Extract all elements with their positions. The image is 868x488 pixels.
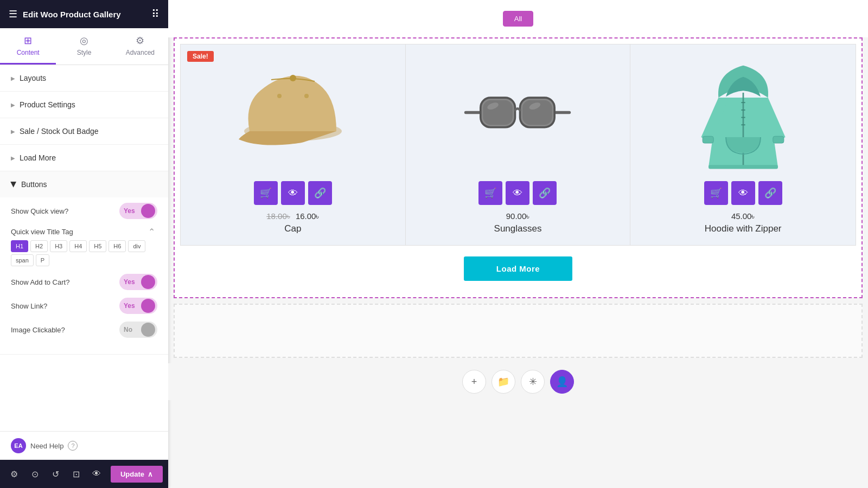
quick-view-toggle-switch[interactable] (141, 204, 155, 218)
tab-style[interactable]: ◎ Style (56, 28, 112, 65)
responsive-tool-btn[interactable]: ⊡ (67, 465, 85, 483)
sunglasses-price: 90.00৳ (506, 211, 530, 221)
right-area: All Sale! (168, 0, 868, 488)
cap-cart-btn[interactable]: 🛒 (254, 181, 278, 205)
tag-btn-h5[interactable]: H5 (89, 240, 106, 252)
tag-btn-h1[interactable]: H1 (11, 240, 28, 252)
preview-tool-btn[interactable]: 👁 (88, 465, 105, 483)
tab-advanced[interactable]: ⚙ Advanced (112, 28, 168, 65)
show-link-toggle[interactable]: Yes (119, 298, 157, 314)
show-add-to-cart-label: Show Add to Cart? (11, 278, 69, 286)
add-to-cart-toggle-label: Yes (124, 278, 135, 286)
image-clickable-toggle[interactable]: No (119, 322, 157, 338)
svg-rect-15 (703, 136, 713, 143)
products-section: Sale! (174, 37, 863, 298)
show-quick-view-toggle[interactable]: Yes (119, 203, 157, 219)
grid-dots-icon[interactable]: ⠿ (151, 8, 159, 21)
layers-tool-btn[interactable]: ⊙ (26, 465, 43, 483)
hoodie-svg (694, 58, 792, 172)
link-toggle-switch[interactable] (141, 299, 155, 313)
section-sale-badge[interactable]: ▶ Sale / Stock Out Badge (0, 118, 168, 145)
sunglasses-price-value: 90.00৳ (506, 211, 530, 221)
sunglasses-actions: 🛒 👁 🔗 (478, 181, 557, 205)
buttons-content: Show Quick view? Yes Quick view Title Ta… (0, 197, 168, 354)
canvas-folder-btn[interactable]: 📁 (492, 370, 515, 394)
tag-btn-h4[interactable]: H4 (69, 240, 87, 252)
sunglasses-cart-btn[interactable]: 🛒 (478, 181, 502, 205)
section-product-settings[interactable]: ▶ Product Settings (0, 92, 168, 118)
hoodie-name: Hoodie with Zipper (705, 223, 782, 234)
settings-tool-btn[interactable]: ⚙ (5, 465, 23, 483)
canvas-asterisk-btn[interactable]: ✳ (521, 370, 545, 394)
load-more-button[interactable]: Load More (464, 256, 572, 281)
advanced-tab-icon: ⚙ (136, 35, 144, 47)
add-to-cart-toggle-switch[interactable] (141, 275, 155, 289)
filter-all-btn[interactable]: All (503, 11, 533, 27)
tag-btn-span[interactable]: span (11, 254, 34, 266)
show-quick-view-label: Show Quick view? (11, 207, 68, 215)
show-link-label: Show Link? (11, 302, 47, 310)
show-add-to-cart-toggle[interactable]: Yes (119, 274, 157, 290)
product-image-sunglasses (417, 55, 620, 175)
filter-bar: All (168, 0, 868, 37)
show-quick-view-row: Show Quick view? Yes (11, 203, 157, 219)
tag-btn-h2[interactable]: H2 (30, 240, 48, 252)
content-tab-icon: ⊞ (24, 35, 32, 47)
cap-price-new: 16.00৳ (296, 211, 320, 221)
image-clickable-toggle-switch[interactable] (141, 323, 155, 337)
cap-name: Cap (284, 223, 301, 234)
hamburger-icon[interactable]: ☰ (9, 8, 17, 20)
hoodie-price: 45.00৳ (731, 211, 755, 221)
sunglasses-svg (463, 82, 572, 147)
svg-rect-17 (709, 165, 778, 169)
style-tab-icon: ◎ (80, 35, 88, 47)
update-button[interactable]: Update ∧ (111, 466, 163, 483)
title-tag-label-row: Quick view Title Tag ⌃ (11, 227, 157, 237)
panel-tabs: ⊞ Content ◎ Style ⚙ Advanced (0, 28, 168, 65)
update-chevron-icon: ∧ (148, 470, 153, 478)
hoodie-eye-btn[interactable]: 👁 (731, 181, 755, 205)
panel-footer: EA Need Help ? (0, 431, 168, 460)
sale-badge-chevron: ▶ (11, 129, 15, 134)
canvas-toolbar: + 📁 ✳ 👤 (168, 363, 868, 400)
ea-badge: EA (11, 438, 26, 453)
buttons-header[interactable]: ▶ Buttons (0, 171, 168, 197)
hoodie-link-btn[interactable]: 🔗 (758, 181, 782, 205)
svg-rect-16 (773, 136, 783, 143)
image-clickable-label: Image Clickable? (11, 326, 65, 334)
hoodie-cart-btn[interactable]: 🛒 (704, 181, 728, 205)
canvas-person-btn[interactable]: 👤 (550, 370, 574, 394)
sunglasses-eye-btn[interactable]: 👁 (506, 181, 529, 205)
panel-header: ☰ Edit Woo Product Gallery ⠿ (0, 0, 168, 28)
cap-svg (239, 66, 347, 164)
bottom-empty-section (174, 304, 863, 358)
load-more-chevron: ▶ (11, 155, 15, 161)
help-question-icon[interactable]: ? (68, 441, 78, 451)
sunglasses-link-btn[interactable]: 🔗 (533, 181, 557, 205)
section-layouts[interactable]: ▶ Layouts (0, 65, 168, 92)
history-tool-btn[interactable]: ↺ (47, 465, 64, 483)
sale-badge-cap: Sale! (187, 51, 214, 62)
bottom-toolbar: ⚙ ⊙ ↺ ⊡ 👁 Update ∧ (0, 460, 168, 488)
image-clickable-toggle-label: No (124, 326, 132, 333)
tag-btn-h3[interactable]: H3 (50, 240, 67, 252)
panel-title: Edit Woo Product Gallery (23, 10, 121, 19)
product-card-sunglasses: 🛒 👁 🔗 90.00৳ Sunglasses (406, 44, 631, 245)
cap-eye-btn[interactable]: 👁 (281, 181, 305, 205)
hoodie-actions: 🛒 👁 🔗 (704, 181, 782, 205)
section-load-more[interactable]: ▶ Load More (0, 145, 168, 171)
tag-btn-div[interactable]: div (128, 240, 145, 252)
canvas-add-btn[interactable]: + (462, 370, 486, 394)
cap-price: 18.00৳ 16.00৳ (266, 211, 319, 221)
show-link-row: Show Link? Yes (11, 298, 157, 314)
tag-btn-h6[interactable]: H6 (108, 240, 126, 252)
hoodie-price-value: 45.00৳ (731, 211, 755, 221)
main-canvas: All Sale! (168, 0, 868, 488)
product-image-cap (192, 55, 394, 175)
tag-btn-p[interactable]: P (36, 254, 49, 266)
load-more-container: Load More (180, 246, 856, 292)
tab-content[interactable]: ⊞ Content (0, 28, 56, 65)
title-tag-collapse-btn[interactable]: ⌃ (146, 227, 157, 237)
image-clickable-row: Image Clickable? No (11, 322, 157, 338)
cap-link-btn[interactable]: 🔗 (308, 181, 332, 205)
